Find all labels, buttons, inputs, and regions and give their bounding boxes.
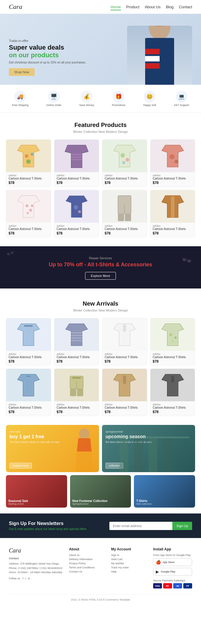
footer-link-wishlist[interactable]: My wishlist: [111, 562, 124, 565]
hero-tag: Trade-in-offer: [9, 39, 127, 43]
google-play-button[interactable]: ▶ Google Play: [153, 568, 192, 575]
navbar: Cara Home Product About Us Blog Contact: [0, 0, 201, 14]
nav-contact[interactable]: Contact: [179, 5, 192, 9]
social-twitter-icon[interactable]: t: [25, 577, 26, 580]
google-play-label: Google Play: [161, 570, 175, 573]
hero-subtitle: on our products: [9, 51, 127, 59]
svg-rect-50: [27, 376, 30, 377]
footer-link-about-us[interactable]: About us: [69, 554, 80, 557]
product-name: Cartoon Astronut T-Shirts: [153, 227, 193, 231]
product-info: adidas Cartoon Astronut T-Shirts $78: [54, 351, 99, 365]
product-brand: adidas: [57, 224, 97, 227]
footer-link-cart[interactable]: View Cart: [111, 558, 123, 561]
product-card[interactable]: adidas Cartoon Astronut T-Shirts $78: [150, 318, 195, 366]
footer-col-about: About About us Delivery Information Priv…: [69, 547, 105, 588]
product-card[interactable]: adidas Cartoon Astronut T-Shirts $78: [54, 369, 99, 416]
svg-rect-37: [24, 325, 33, 327]
product-price: $78: [57, 181, 97, 185]
promotions-icon: 🎁: [113, 91, 124, 102]
product-card[interactable]: adidas Cartoon Astronut T-Shirts $78: [102, 369, 147, 416]
app-store-button[interactable]: 🍎 App Store: [153, 558, 192, 566]
product-card[interactable]: adidas Cartoon Astronut T-Shirts $78: [150, 190, 195, 237]
product-brand: adidas: [153, 224, 193, 227]
footer-link-signin[interactable]: Sign In: [111, 554, 119, 557]
svg-rect-65: [134, 438, 143, 472]
hero-cta-button[interactable]: Shop Now: [9, 68, 35, 76]
small-promo-desc: Starting at $19: [8, 503, 28, 505]
free-shipping-icon: 🚚: [14, 91, 26, 102]
promotions-label: Promotions: [112, 104, 126, 107]
svg-point-8: [25, 154, 28, 158]
feature-support: 💻 24/7 Support: [174, 91, 189, 107]
promo-cards: new Sale buy 1 get 1 free The best class…: [0, 422, 201, 475]
footer-contact: Contact Address: 378 Wellington Street S…: [9, 556, 63, 575]
features-bar: 🚚 Free Shipping 🖥️ Online Order 💰 Save M…: [0, 85, 201, 113]
product-card[interactable]: adidas Cartoon Astronut T-Shirts $78: [6, 318, 51, 366]
svg-point-25: [27, 212, 29, 214]
svg-point-21: [174, 159, 178, 163]
product-brand: adidas: [153, 174, 193, 177]
product-info: adidas Cartoon Astronut T-Shirts $78: [150, 351, 195, 365]
social-instagram-icon[interactable]: in: [28, 577, 30, 580]
new-arrivals-grid: adidas Cartoon Astronut T-Shirts $78 adi…: [0, 318, 201, 422]
footer-link-help[interactable]: Help: [111, 570, 117, 573]
product-card[interactable]: adidas Cartoon Astronut T-Shirts $78: [102, 139, 147, 187]
site-logo[interactable]: Cara: [9, 3, 22, 11]
svg-rect-35: [171, 196, 174, 217]
footer-link-contact[interactable]: Contact Us: [69, 570, 82, 573]
product-info: adidas Cartoon Astronut T-Shirts $78: [6, 401, 51, 416]
hero-section: Trade-in-offer Super value deals on our …: [0, 14, 201, 85]
product-card[interactable]: adidas Cartoon Astronut T-Shirts $78: [54, 139, 99, 187]
newsletter-email-input[interactable]: [109, 522, 172, 530]
product-image: [150, 190, 195, 223]
product-card[interactable]: adidas Cartoon Astronut T-Shirts $78: [6, 139, 51, 187]
small-promo-tshirts: T-Shirts New collection: [134, 475, 195, 508]
product-name: Cartoon Astronut T-Shirts: [57, 406, 97, 409]
promo-card-button[interactable]: Explore More: [9, 463, 32, 469]
product-card[interactable]: adidas Cartoon Astronut T-Shirts $78: [102, 318, 147, 366]
newsletter-signup-button[interactable]: Sign Up: [172, 522, 192, 530]
product-card[interactable]: adidas Cartoon Astronut T-Shirts $78: [54, 190, 99, 237]
nav-home[interactable]: Home: [111, 5, 121, 10]
product-brand: adidas: [153, 403, 193, 406]
product-card[interactable]: adidas Cartoon Astronut T-Shirts $78: [150, 369, 195, 416]
product-brand: adidas: [9, 174, 48, 177]
product-brand: adidas: [57, 403, 97, 406]
nav-about[interactable]: About Us: [145, 5, 161, 9]
svg-rect-63: [108, 436, 189, 438]
footer-link-delivery[interactable]: Delivery Information: [69, 558, 93, 561]
visa-card: VISA: [153, 583, 162, 588]
product-image: [150, 369, 195, 401]
feature-promotions: 🎁 Promotions: [112, 91, 126, 107]
product-card[interactable]: adidas Cartoon Astronut T-Shirts $78: [102, 190, 147, 237]
support-label: 24/7 Support: [174, 104, 189, 107]
footer-link-terms[interactable]: Terms and Conditions: [69, 566, 95, 569]
nav-blog[interactable]: Blog: [166, 5, 174, 9]
product-brand: adidas: [57, 174, 97, 177]
footer-link-privacy[interactable]: Privacy Policy: [69, 562, 85, 565]
product-info: adidas Cartoon Astronut T-Shirts $78: [150, 401, 195, 416]
feature-free-shipping: 🚚 Free Shipping: [12, 91, 28, 107]
svg-point-18: [122, 161, 125, 164]
svg-point-26: [31, 205, 33, 207]
svg-rect-32: [118, 214, 124, 221]
product-card[interactable]: adidas Cartoon Astronut T-Shirts $78: [54, 318, 99, 366]
product-brand: adidas: [9, 353, 48, 356]
product-image: [150, 318, 195, 351]
product-image: [6, 190, 51, 223]
social-facebook-icon[interactable]: f: [23, 577, 24, 580]
featured-products-grid: adidas Cartoon Astronut T-Shirts $78 adi…: [0, 139, 201, 243]
footer-link-track[interactable]: Track my order: [111, 566, 129, 569]
footer-about-title: About: [69, 547, 105, 551]
amex-card: AE: [173, 583, 182, 588]
product-card[interactable]: adidas Cartoon Astronut T-Shirts $78: [6, 190, 51, 237]
online-order-label: Online Order: [46, 104, 61, 107]
promo-banner: Repair Services Up to 70% off - All t-Sh…: [0, 246, 201, 288]
footer-account-title: My Account: [111, 547, 147, 551]
product-card[interactable]: adidas Cartoon Astronut T-Shirts $78: [150, 139, 195, 187]
explore-button[interactable]: Explore More: [85, 272, 116, 280]
product-image: [54, 318, 99, 351]
product-card[interactable]: adidas Cartoon Astronut T-Shirts $78: [6, 369, 51, 416]
nav-product[interactable]: Product: [126, 5, 140, 9]
svg-point-17: [126, 158, 129, 161]
